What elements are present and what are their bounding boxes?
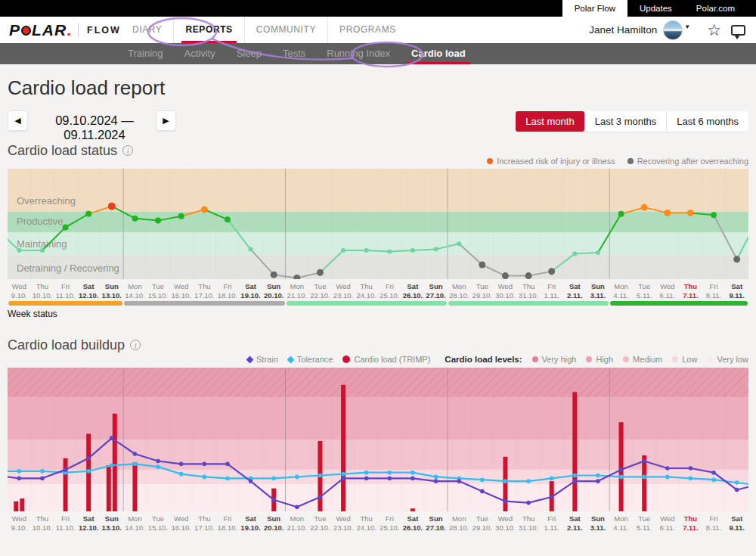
- axis-day-label: Fri8.11.: [702, 282, 726, 300]
- chevron-down-icon[interactable]: ▼: [684, 23, 690, 30]
- axis-day-label: Fri11.10.: [54, 282, 77, 300]
- legend-label: Low: [682, 355, 697, 364]
- status-section-heading: Cardio load statusi: [8, 143, 133, 159]
- week-status-label: Week status: [8, 309, 57, 319]
- nav-item-diary[interactable]: DIARY: [121, 17, 173, 43]
- subnav-item-running-index[interactable]: Running Index: [316, 43, 401, 64]
- feed-chat-icon[interactable]: [731, 25, 745, 36]
- logo-red-dot-icon: [21, 26, 31, 36]
- cardio-load-levels-label: Cardio load levels:: [445, 355, 522, 364]
- week-status-segment: [448, 301, 609, 306]
- previous-period-button[interactable]: ◀: [8, 110, 28, 131]
- cardio-load-status-chart[interactable]: OverreachingProductiveMaintainingDetrain…: [8, 169, 748, 279]
- topbar-tabs: Polar FlowUpdatesPolar.com: [562, 0, 747, 17]
- axis-day-label: Sat2.11.: [563, 514, 587, 532]
- nav-item-community[interactable]: COMMUNITY: [244, 17, 327, 43]
- axis-day-label: Wed16.10.: [169, 514, 193, 532]
- subnav-item-training[interactable]: Training: [117, 43, 173, 64]
- topbar-tab-polar-com[interactable]: Polar.com: [684, 0, 747, 17]
- legend-item-tolerance: Tolerance: [288, 355, 333, 364]
- cardio-load-buildup-chart[interactable]: [8, 368, 748, 511]
- axis-day-label: Thu31.10.: [517, 282, 541, 300]
- axis-day-label: Mon21.10.: [286, 514, 309, 532]
- axis-day-label: Wed30.10.: [494, 514, 517, 532]
- subnav-item-sleep[interactable]: Sleep: [226, 43, 272, 64]
- avatar[interactable]: [663, 20, 683, 40]
- legend-dot-icon: [623, 356, 629, 362]
- axis-day-label: Tue22.10.: [308, 514, 332, 532]
- status-chart-legend: Increased risk of injury or illnessRecov…: [487, 157, 748, 166]
- axis-day-label: Sat12.10.: [77, 514, 101, 532]
- axis-day-label: Sat19.10.: [239, 282, 262, 300]
- info-icon[interactable]: i: [122, 145, 133, 156]
- subnav-item-tests[interactable]: Tests: [272, 43, 316, 64]
- svg-text:Detraining / Recovering: Detraining / Recovering: [17, 262, 119, 274]
- axis-day-label: Sat26.10.: [401, 514, 425, 532]
- range-button-last-3-months[interactable]: Last 3 months: [584, 111, 667, 132]
- week-status-segment: [610, 301, 748, 306]
- axis-day-label: Sun13.10.: [101, 282, 124, 300]
- range-button-last-6-months[interactable]: Last 6 months: [666, 111, 748, 132]
- legend-dot-icon: [586, 356, 592, 362]
- buildup-chart-legend: StrainToleranceCardio load (TRIMP)Cardio…: [247, 355, 748, 364]
- axis-day-label: Tue15.10.: [147, 282, 170, 300]
- polar-flow-logo[interactable]: P LAR . FLOW: [9, 21, 121, 39]
- status-chart-x-axis: Wed9.10.Thu10.10.Fri11.10.Sat12.10.Sun13…: [8, 282, 748, 300]
- date-range: 09.10.2024 — 09.11.2024: [35, 113, 154, 142]
- axis-day-label: Thu17.10.: [193, 282, 216, 300]
- legend-dot-icon: [487, 158, 493, 164]
- topbar-tab-updates[interactable]: Updates: [627, 0, 684, 17]
- buildup-heading-text: Cardio load buildup: [8, 337, 125, 353]
- legend-level-medium: Medium: [623, 355, 662, 364]
- week-status-segment: [8, 301, 122, 306]
- topbar-tab-polar-flow[interactable]: Polar Flow: [562, 0, 627, 17]
- info-icon[interactable]: i: [130, 340, 141, 350]
- axis-day-label: Fri18.10.: [216, 514, 240, 532]
- main-nav: DIARYREPORTSCOMMUNITYPROGRAMS: [121, 17, 407, 43]
- legend-label: Strain: [256, 355, 278, 364]
- axis-day-label: Wed16.10.: [169, 282, 193, 300]
- logo-divider: [78, 23, 79, 37]
- next-period-button[interactable]: ▶: [156, 110, 176, 131]
- axis-day-label: Wed23.10.: [332, 282, 355, 300]
- favorites-star-icon[interactable]: ☆: [707, 21, 721, 39]
- subnav-item-activity[interactable]: Activity: [173, 43, 225, 64]
- axis-day-label: Fri18.10.: [216, 282, 240, 300]
- axis-day-label: Thu10.10.: [31, 514, 54, 532]
- legend-level-very-high: Very high: [532, 355, 577, 364]
- page-title: Cardio load report: [8, 76, 165, 100]
- axis-day-label: Tue29.10.: [471, 282, 494, 300]
- legend-level-very-low: Very low: [707, 355, 748, 364]
- legend-dot-icon: [532, 356, 538, 362]
- legend-item-recovering-after-overreaching: Recovering after overreaching: [627, 157, 748, 166]
- axis-day-label: Mon28.10.: [448, 282, 471, 300]
- axis-day-label: Tue29.10.: [471, 514, 494, 532]
- range-button-last-month[interactable]: Last month: [516, 111, 584, 132]
- legend-level-low: Low: [672, 355, 697, 364]
- axis-day-label: Thu10.10.: [31, 282, 54, 300]
- svg-text:Maintaining: Maintaining: [17, 238, 67, 250]
- polar-flow-cardio-load-report-page: Polar FlowUpdatesPolar.com P LAR . FLOW …: [0, 0, 756, 556]
- user-name[interactable]: Janet Hamilton: [589, 24, 657, 36]
- axis-day-label: Wed9.10.: [8, 514, 31, 532]
- axis-day-label: Thu24.10.: [355, 514, 378, 532]
- axis-day-label: Wed9.10.: [8, 282, 31, 300]
- nav-item-reports[interactable]: REPORTS: [173, 17, 243, 43]
- legend-label: Recovering after overreaching: [637, 157, 748, 166]
- axis-day-label: Fri1.11.: [540, 514, 563, 532]
- legend-label: Very high: [542, 355, 577, 364]
- week-status-segment: [124, 301, 284, 306]
- axis-day-label: Mon21.10.: [286, 282, 309, 300]
- logo-letters-lar: LAR: [32, 21, 67, 39]
- legend-item-increased-risk-of-injury-or-illness: Increased risk of injury or illness: [487, 157, 615, 166]
- subnav-item-cardio-load[interactable]: Cardio load: [401, 43, 476, 64]
- axis-day-label: Wed30.10.: [494, 282, 517, 300]
- axis-day-label: Wed23.10.: [332, 514, 355, 532]
- legend-item-cardio-load-trimp: Cardio load (TRIMP): [342, 355, 430, 364]
- logo-letter-p: P: [9, 21, 20, 39]
- nav-item-programs[interactable]: PROGRAMS: [327, 17, 407, 43]
- axis-day-label: Thu7.11.: [679, 514, 702, 532]
- legend-label: Increased risk of injury or illness: [497, 157, 615, 166]
- legend-item-strain: Strain: [247, 355, 278, 364]
- axis-day-label: Thu24.10.: [355, 282, 378, 300]
